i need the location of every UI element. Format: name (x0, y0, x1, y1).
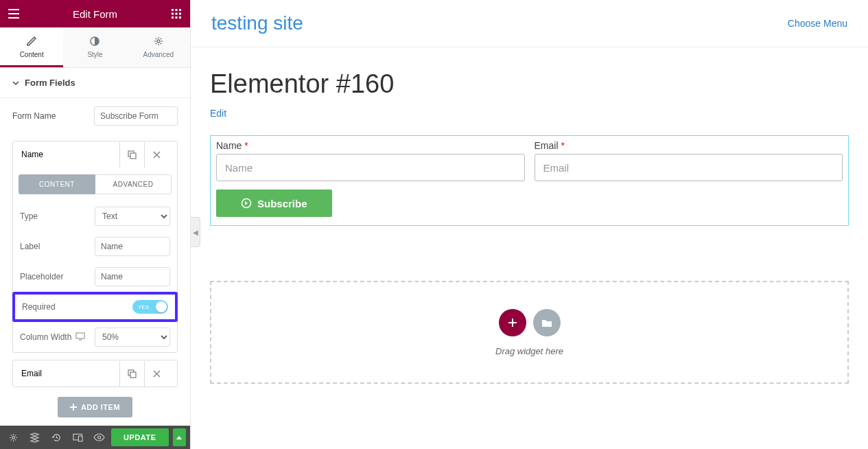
close-icon[interactable] (144, 361, 169, 387)
label-input[interactable] (95, 237, 170, 256)
name-field-label: Name* (216, 140, 525, 151)
editor-sidebar: Edit Form Content Style Advanced Form Fi… (0, 0, 191, 449)
placeholder-row: Placeholder (13, 262, 177, 292)
responsive-icon[interactable] (69, 428, 87, 447)
update-caret-button[interactable] (173, 428, 186, 446)
svg-point-16 (12, 436, 15, 439)
svg-rect-1 (175, 9, 177, 11)
label-row: Label (13, 231, 177, 262)
svg-point-10 (157, 40, 160, 43)
controls-panel: Form Fields Form Name Name CONTENT (0, 68, 190, 426)
svg-rect-2 (179, 9, 181, 11)
placeholder-input[interactable] (95, 267, 170, 286)
tab-content[interactable]: Content (0, 27, 63, 67)
section-form-fields[interactable]: Form Fields (0, 68, 190, 98)
canvas-main: ◀ testing site Choose Menu Elementor #16… (191, 0, 868, 449)
svg-rect-13 (76, 333, 84, 338)
form-name-input[interactable] (94, 106, 178, 126)
field-header-name[interactable]: Name (13, 141, 177, 168)
add-item-button[interactable]: ADD ITEM (58, 397, 132, 417)
dropzone-text: Drag widget here (495, 346, 563, 356)
preview-icon[interactable] (90, 428, 108, 447)
sidebar-header: Edit Form (0, 0, 190, 27)
edit-link[interactable]: Edit (210, 108, 226, 119)
close-icon[interactable] (144, 142, 169, 168)
field-header-email[interactable]: Email (13, 360, 177, 387)
duplicate-icon[interactable] (119, 361, 144, 387)
field-card-name: Name CONTENT ADVANCED Type Text (12, 141, 178, 353)
svg-rect-5 (179, 13, 181, 15)
type-select[interactable]: Text (95, 207, 170, 226)
svg-rect-6 (172, 16, 174, 19)
svg-rect-3 (172, 13, 174, 15)
dropzone[interactable]: Drag widget here (210, 281, 849, 384)
duplicate-icon[interactable] (119, 142, 144, 168)
column-width-row: Column Width 50% (13, 322, 177, 352)
svg-point-19 (97, 436, 100, 439)
template-button[interactable] (533, 309, 561, 336)
form-name-row: Form Name (0, 98, 190, 134)
choose-menu-link[interactable]: Choose Menu (788, 18, 847, 29)
subtab-content[interactable]: CONTENT (19, 174, 95, 194)
update-button[interactable]: UPDATE (111, 428, 168, 446)
sidebar-tabs: Content Style Advanced (0, 27, 190, 68)
form-widget[interactable]: Name* Email* Subscribe (210, 135, 849, 226)
apps-icon[interactable] (169, 7, 183, 21)
form-name-label: Form Name (12, 111, 56, 121)
add-section-button[interactable] (499, 309, 526, 336)
name-field-input[interactable] (216, 154, 525, 181)
svg-rect-15 (130, 372, 136, 378)
field-subtabs: CONTENT ADVANCED (19, 174, 172, 194)
svg-rect-12 (130, 153, 136, 159)
site-title[interactable]: testing site (211, 12, 303, 34)
svg-rect-8 (179, 16, 181, 19)
svg-rect-7 (175, 16, 177, 19)
svg-rect-4 (175, 13, 177, 15)
svg-rect-0 (172, 9, 174, 11)
navigator-icon[interactable] (25, 428, 44, 447)
required-row: Required YES (12, 292, 178, 322)
site-topbar: testing site Choose Menu (191, 0, 868, 47)
column-width-select[interactable]: 50% (95, 327, 170, 347)
menu-icon[interactable] (7, 7, 21, 21)
email-field-input[interactable] (535, 154, 843, 181)
field-card-email: Email (12, 360, 178, 387)
collapse-handle[interactable]: ◀ (191, 217, 200, 247)
sidebar-title: Edit Form (73, 8, 117, 20)
required-toggle[interactable]: YES (132, 300, 168, 314)
svg-rect-18 (78, 436, 82, 441)
subtab-advanced[interactable]: ADVANCED (95, 174, 172, 194)
email-field-label: Email* (535, 140, 843, 151)
tab-style[interactable]: Style (63, 27, 126, 67)
tab-advanced[interactable]: Advanced (127, 27, 190, 67)
subscribe-button[interactable]: Subscribe (216, 189, 332, 217)
settings-icon[interactable] (4, 428, 23, 447)
type-row: Type Text (13, 201, 177, 231)
history-icon[interactable] (47, 428, 65, 447)
sidebar-footer: UPDATE (0, 426, 190, 449)
page-title: Elementor #160 (210, 69, 849, 99)
canvas-body: Elementor #160 Edit Name* Email* Subscri… (191, 47, 868, 406)
desktop-icon[interactable] (75, 332, 85, 343)
